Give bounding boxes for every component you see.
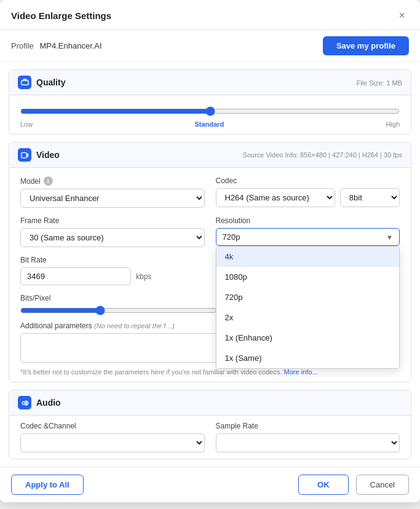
- resolution-select-button[interactable]: 720p ▼: [216, 228, 400, 246]
- codec-row: H264 (Same as source) 8bit: [216, 188, 400, 207]
- bitrate-label: Bit Rate: [20, 256, 205, 264]
- codec-label-row: Codec: [216, 176, 400, 185]
- codec-bit: 8bit: [340, 188, 400, 207]
- source-video-info: Source Video Info: 856×480 | 427:240 | H…: [243, 151, 402, 159]
- framerate-resolution-row: Frame Rate 30 (Same as source) Resolutio…: [20, 216, 400, 247]
- video-section: Video Source Video Info: 856×480 | 427:2…: [9, 142, 411, 382]
- warning-text: *It's better not to customize the parame…: [20, 368, 282, 376]
- quality-slider[interactable]: [20, 106, 400, 116]
- framerate-group: Frame Rate 30 (Same as source): [20, 216, 205, 247]
- dropdown-item-1080p[interactable]: 1080p: [216, 267, 400, 287]
- video-enlarge-settings-dialog: Video Enlarge Settings × Profile MP4.Enh…: [0, 0, 420, 502]
- additional-label: Additional parameters: [20, 322, 92, 330]
- dialog-header: Video Enlarge Settings ×: [0, 0, 420, 30]
- audio-section: Audio Codec &Channel Sample Rate: [9, 390, 411, 459]
- dropdown-item-2x[interactable]: 2x: [216, 307, 400, 328]
- bitrate-group: Bit Rate kbps: [20, 256, 205, 285]
- dropdown-item-4k[interactable]: 4k: [216, 247, 400, 267]
- audio-header-left: Audio: [18, 396, 61, 409]
- bits-pixel-slider[interactable]: [20, 306, 217, 315]
- file-size-info: File Size: 1 MB: [356, 78, 402, 87]
- codec-group: Codec H264 (Same as source) 8bit: [216, 176, 400, 208]
- codec-channel-select[interactable]: [20, 433, 205, 452]
- additional-note: (No need to repeat the f…): [94, 322, 175, 329]
- file-size-value: 1 MB: [386, 79, 402, 87]
- model-select[interactable]: Universal Enhancer: [20, 189, 205, 208]
- resolution-group: Resolution 720p ▼ 4k 1080p 720p 2x 1x (E…: [216, 216, 400, 247]
- quality-slider-container: [20, 106, 400, 118]
- resolution-dropdown-wrapper: 720p ▼ 4k 1080p 720p 2x 1x (Enhance) 1x …: [216, 228, 400, 246]
- video-body: Model i Universal Enhancer Codec H26: [9, 168, 411, 382]
- slider-labels: Low Standard High: [20, 120, 400, 128]
- model-label: Model: [20, 177, 41, 186]
- cancel-button[interactable]: Cancel: [356, 475, 409, 495]
- profile-name: MP4.Enhancer.AI: [39, 41, 101, 50]
- codec-select[interactable]: H264 (Same as source): [216, 188, 335, 207]
- codec-channel-label: Codec &Channel: [20, 422, 205, 430]
- svg-rect-1: [21, 152, 26, 157]
- save-profile-button[interactable]: Save my profile: [323, 36, 409, 55]
- kbps-label: kbps: [136, 272, 151, 281]
- quality-section: Quality File Size: 1 MB Low Standard Hig…: [9, 69, 411, 135]
- chevron-down-icon: ▼: [386, 234, 393, 241]
- warning-text-row: *It's better not to customize the parame…: [20, 368, 400, 376]
- framerate-select[interactable]: 30 (Same as source): [20, 228, 205, 247]
- codec-main: H264 (Same as source): [216, 188, 335, 207]
- close-button[interactable]: ×: [395, 9, 409, 22]
- more-info-link[interactable]: More info...: [284, 368, 318, 376]
- dialog-title: Video Enlarge Settings: [11, 10, 111, 21]
- audio-section-title: Audio: [36, 398, 61, 408]
- bit-depth-select[interactable]: 8bit: [340, 188, 400, 207]
- sample-rate-group: Sample Rate: [216, 422, 400, 452]
- model-info-icon[interactable]: i: [44, 176, 53, 186]
- resolution-selected-value: 720p: [223, 232, 240, 242]
- sample-rate-select[interactable]: [216, 433, 400, 452]
- profile-row: Profile MP4.Enhancer.AI Save my profile: [0, 30, 420, 62]
- video-icon: [18, 148, 31, 162]
- svg-point-2: [22, 401, 25, 404]
- quality-section-header: Quality File Size: 1 MB: [9, 70, 411, 95]
- model-codec-row: Model i Universal Enhancer Codec H26: [20, 176, 400, 208]
- quality-icon: [18, 76, 31, 89]
- bitrate-input-row: kbps: [20, 267, 205, 285]
- model-group: Model i Universal Enhancer: [20, 176, 205, 208]
- slider-high-label: High: [386, 120, 400, 128]
- slider-standard-label: Standard: [194, 120, 224, 128]
- ok-button[interactable]: OK: [298, 475, 349, 495]
- sample-rate-label: Sample Rate: [216, 422, 400, 430]
- quality-header-left: Quality: [18, 76, 65, 89]
- slider-low-label: Low: [20, 120, 33, 128]
- video-section-header: Video Source Video Info: 856×480 | 427:2…: [9, 143, 411, 168]
- file-size-label: File Size:: [356, 79, 384, 87]
- dropdown-item-1x-enhance[interactable]: 1x (Enhance): [216, 328, 400, 348]
- apply-to-all-button[interactable]: Apply to All: [11, 475, 84, 495]
- framerate-label: Frame Rate: [20, 216, 205, 225]
- resolution-label: Resolution: [216, 216, 400, 225]
- codec-channel-group: Codec &Channel: [20, 422, 205, 452]
- dropdown-item-720p[interactable]: 720p: [216, 287, 400, 307]
- audio-section-header: Audio: [9, 390, 411, 416]
- audio-icon: [18, 396, 31, 409]
- profile-info: Profile MP4.Enhancer.AI: [11, 41, 102, 50]
- footer-right: OK Cancel: [298, 475, 409, 495]
- model-label-row: Model i: [20, 176, 205, 186]
- video-header-left: Video: [18, 148, 60, 162]
- codec-label: Codec: [216, 176, 237, 185]
- resolution-dropdown: 4k 1080p 720p 2x 1x (Enhance) 1x (Same): [216, 246, 400, 369]
- svg-rect-0: [22, 81, 28, 85]
- quality-section-title: Quality: [36, 77, 65, 87]
- profile-label: Profile: [11, 41, 34, 50]
- bitrate-input[interactable]: [20, 267, 131, 285]
- audio-body: Codec &Channel Sample Rate: [9, 416, 411, 459]
- video-section-title: Video: [36, 150, 60, 160]
- quality-body: Low Standard High: [9, 95, 411, 134]
- dialog-footer: Apply to All OK Cancel: [0, 467, 420, 502]
- audio-form-row: Codec &Channel Sample Rate: [20, 422, 400, 452]
- dropdown-item-1x-same[interactable]: 1x (Same): [216, 348, 400, 368]
